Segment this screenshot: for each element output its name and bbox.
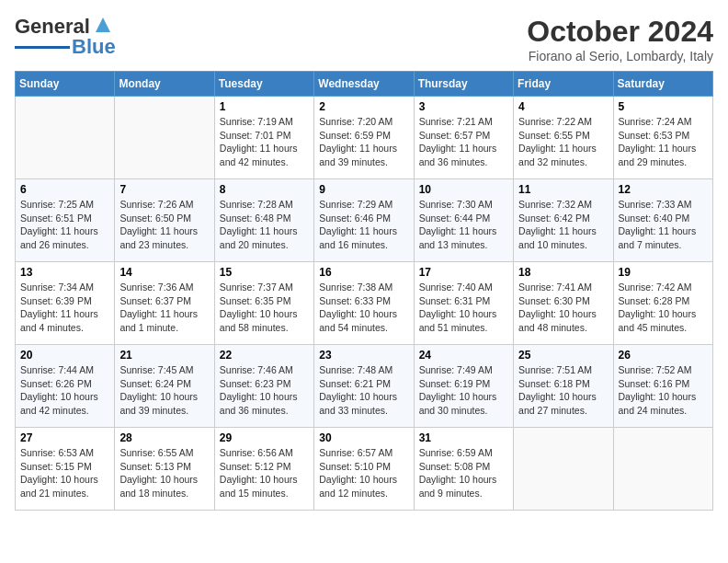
day-number: 19 bbox=[619, 266, 708, 279]
day-number: 14 bbox=[119, 266, 209, 279]
logo-blue: Blue bbox=[72, 35, 116, 59]
day-number: 7 bbox=[119, 183, 209, 196]
calendar-cell: 20Sunrise: 7:44 AM Sunset: 6:26 PM Dayli… bbox=[16, 345, 115, 428]
day-number: 12 bbox=[619, 183, 708, 196]
calendar-cell: 3Sunrise: 7:21 AM Sunset: 6:57 PM Daylig… bbox=[414, 97, 513, 179]
day-number: 25 bbox=[518, 349, 608, 362]
day-info: Sunrise: 7:25 AM Sunset: 6:51 PM Dayligh… bbox=[20, 198, 109, 252]
calendar-week-row: 20Sunrise: 7:44 AM Sunset: 6:26 PM Dayli… bbox=[16, 345, 713, 428]
calendar-cell bbox=[613, 428, 712, 511]
calendar-cell: 31Sunrise: 6:59 AM Sunset: 5:08 PM Dayli… bbox=[414, 428, 513, 511]
day-info: Sunrise: 7:49 AM Sunset: 6:19 PM Dayligh… bbox=[419, 363, 508, 418]
calendar-cell: 11Sunrise: 7:32 AM Sunset: 6:42 PM Dayli… bbox=[514, 179, 613, 262]
day-number: 11 bbox=[518, 183, 608, 196]
calendar-cell: 1Sunrise: 7:19 AM Sunset: 7:01 PM Daylig… bbox=[214, 97, 313, 179]
day-info: Sunrise: 7:26 AM Sunset: 6:50 PM Dayligh… bbox=[119, 198, 209, 252]
day-info: Sunrise: 7:20 AM Sunset: 6:59 PM Dayligh… bbox=[319, 115, 408, 169]
weekday-header-thursday: Thursday bbox=[414, 72, 513, 97]
weekday-header-sunday: Sunday bbox=[16, 72, 115, 97]
day-info: Sunrise: 7:48 AM Sunset: 6:21 PM Dayligh… bbox=[319, 363, 408, 418]
svg-marker-0 bbox=[96, 17, 110, 32]
calendar-cell: 18Sunrise: 7:41 AM Sunset: 6:30 PM Dayli… bbox=[514, 262, 613, 345]
calendar-cell: 19Sunrise: 7:42 AM Sunset: 6:28 PM Dayli… bbox=[613, 262, 712, 345]
day-info: Sunrise: 6:59 AM Sunset: 5:08 PM Dayligh… bbox=[419, 446, 508, 500]
day-number: 5 bbox=[619, 100, 708, 113]
day-info: Sunrise: 7:36 AM Sunset: 6:37 PM Dayligh… bbox=[119, 281, 209, 335]
weekday-header-wednesday: Wednesday bbox=[314, 72, 414, 97]
day-number: 8 bbox=[220, 183, 309, 196]
weekday-header-monday: Monday bbox=[115, 72, 214, 97]
day-info: Sunrise: 6:56 AM Sunset: 5:12 PM Dayligh… bbox=[220, 446, 309, 500]
day-info: Sunrise: 7:34 AM Sunset: 6:39 PM Dayligh… bbox=[20, 281, 109, 335]
calendar-header-row: SundayMondayTuesdayWednesdayThursdayFrid… bbox=[16, 72, 713, 97]
day-number: 28 bbox=[119, 431, 209, 444]
calendar-cell: 10Sunrise: 7:30 AM Sunset: 6:44 PM Dayli… bbox=[414, 179, 513, 262]
day-info: Sunrise: 7:51 AM Sunset: 6:18 PM Dayligh… bbox=[518, 363, 608, 418]
day-number: 26 bbox=[619, 349, 708, 362]
calendar-cell: 5Sunrise: 7:24 AM Sunset: 6:53 PM Daylig… bbox=[613, 97, 712, 179]
calendar-week-row: 27Sunrise: 6:53 AM Sunset: 5:15 PM Dayli… bbox=[16, 428, 713, 511]
day-info: Sunrise: 7:41 AM Sunset: 6:30 PM Dayligh… bbox=[518, 281, 608, 335]
day-number: 18 bbox=[518, 266, 608, 279]
calendar-cell bbox=[16, 97, 115, 179]
calendar-cell bbox=[514, 428, 613, 511]
day-number: 1 bbox=[220, 100, 309, 113]
day-info: Sunrise: 7:32 AM Sunset: 6:42 PM Dayligh… bbox=[518, 198, 608, 252]
day-number: 15 bbox=[220, 266, 309, 279]
day-info: Sunrise: 7:28 AM Sunset: 6:48 PM Dayligh… bbox=[220, 198, 309, 252]
calendar-cell: 7Sunrise: 7:26 AM Sunset: 6:50 PM Daylig… bbox=[115, 179, 214, 262]
calendar-table: SundayMondayTuesdayWednesdayThursdayFrid… bbox=[15, 71, 713, 511]
day-info: Sunrise: 6:55 AM Sunset: 5:13 PM Dayligh… bbox=[119, 446, 209, 500]
calendar-cell: 22Sunrise: 7:46 AM Sunset: 6:23 PM Dayli… bbox=[214, 345, 313, 428]
day-number: 13 bbox=[20, 266, 109, 279]
calendar-cell: 25Sunrise: 7:51 AM Sunset: 6:18 PM Dayli… bbox=[514, 345, 613, 428]
month-year-title: October 2024 bbox=[527, 15, 713, 49]
calendar-cell: 26Sunrise: 7:52 AM Sunset: 6:16 PM Dayli… bbox=[613, 345, 712, 428]
day-info: Sunrise: 6:53 AM Sunset: 5:15 PM Dayligh… bbox=[20, 446, 109, 500]
day-number: 3 bbox=[419, 100, 508, 113]
title-block: October 2024 Fiorano al Serio, Lombardy,… bbox=[527, 15, 713, 63]
day-info: Sunrise: 7:44 AM Sunset: 6:26 PM Dayligh… bbox=[20, 363, 109, 418]
day-info: Sunrise: 7:19 AM Sunset: 7:01 PM Dayligh… bbox=[220, 115, 309, 169]
weekday-header-friday: Friday bbox=[514, 72, 613, 97]
weekday-header-saturday: Saturday bbox=[613, 72, 712, 97]
calendar-cell: 15Sunrise: 7:37 AM Sunset: 6:35 PM Dayli… bbox=[214, 262, 313, 345]
day-number: 6 bbox=[20, 183, 109, 196]
calendar-cell: 28Sunrise: 6:55 AM Sunset: 5:13 PM Dayli… bbox=[115, 428, 214, 511]
day-number: 30 bbox=[319, 431, 408, 444]
day-info: Sunrise: 7:33 AM Sunset: 6:40 PM Dayligh… bbox=[619, 198, 708, 252]
calendar-cell: 12Sunrise: 7:33 AM Sunset: 6:40 PM Dayli… bbox=[613, 179, 712, 262]
logo-arrow-icon bbox=[94, 16, 112, 34]
day-info: Sunrise: 7:29 AM Sunset: 6:46 PM Dayligh… bbox=[319, 198, 408, 252]
logo: General Blue bbox=[15, 15, 116, 59]
day-number: 10 bbox=[419, 183, 508, 196]
calendar-cell: 8Sunrise: 7:28 AM Sunset: 6:48 PM Daylig… bbox=[214, 179, 313, 262]
calendar-cell: 17Sunrise: 7:40 AM Sunset: 6:31 PM Dayli… bbox=[414, 262, 513, 345]
day-info: Sunrise: 7:38 AM Sunset: 6:33 PM Dayligh… bbox=[319, 281, 408, 335]
day-number: 20 bbox=[20, 349, 109, 362]
day-number: 16 bbox=[319, 266, 408, 279]
day-info: Sunrise: 7:30 AM Sunset: 6:44 PM Dayligh… bbox=[419, 198, 508, 252]
calendar-cell bbox=[115, 97, 214, 179]
calendar-cell: 2Sunrise: 7:20 AM Sunset: 6:59 PM Daylig… bbox=[314, 97, 414, 179]
day-info: Sunrise: 7:40 AM Sunset: 6:31 PM Dayligh… bbox=[419, 281, 508, 335]
calendar-cell: 4Sunrise: 7:22 AM Sunset: 6:55 PM Daylig… bbox=[514, 97, 613, 179]
day-info: Sunrise: 7:24 AM Sunset: 6:53 PM Dayligh… bbox=[619, 115, 708, 169]
page-header: General Blue October 2024 Fiorano al Ser… bbox=[15, 15, 713, 63]
calendar-cell: 27Sunrise: 6:53 AM Sunset: 5:15 PM Dayli… bbox=[16, 428, 115, 511]
day-number: 21 bbox=[119, 349, 209, 362]
day-info: Sunrise: 7:46 AM Sunset: 6:23 PM Dayligh… bbox=[220, 363, 309, 418]
day-info: Sunrise: 7:52 AM Sunset: 6:16 PM Dayligh… bbox=[619, 363, 708, 418]
calendar-cell: 29Sunrise: 6:56 AM Sunset: 5:12 PM Dayli… bbox=[214, 428, 313, 511]
calendar-cell: 24Sunrise: 7:49 AM Sunset: 6:19 PM Dayli… bbox=[414, 345, 513, 428]
day-info: Sunrise: 7:21 AM Sunset: 6:57 PM Dayligh… bbox=[419, 115, 508, 169]
day-info: Sunrise: 7:22 AM Sunset: 6:55 PM Dayligh… bbox=[518, 115, 608, 169]
day-number: 24 bbox=[419, 349, 508, 362]
calendar-cell: 30Sunrise: 6:57 AM Sunset: 5:10 PM Dayli… bbox=[314, 428, 414, 511]
day-number: 9 bbox=[319, 183, 408, 196]
day-info: Sunrise: 7:45 AM Sunset: 6:24 PM Dayligh… bbox=[119, 363, 209, 418]
calendar-cell: 21Sunrise: 7:45 AM Sunset: 6:24 PM Dayli… bbox=[115, 345, 214, 428]
day-info: Sunrise: 6:57 AM Sunset: 5:10 PM Dayligh… bbox=[319, 446, 408, 500]
calendar-cell: 13Sunrise: 7:34 AM Sunset: 6:39 PM Dayli… bbox=[16, 262, 115, 345]
calendar-cell: 23Sunrise: 7:48 AM Sunset: 6:21 PM Dayli… bbox=[314, 345, 414, 428]
